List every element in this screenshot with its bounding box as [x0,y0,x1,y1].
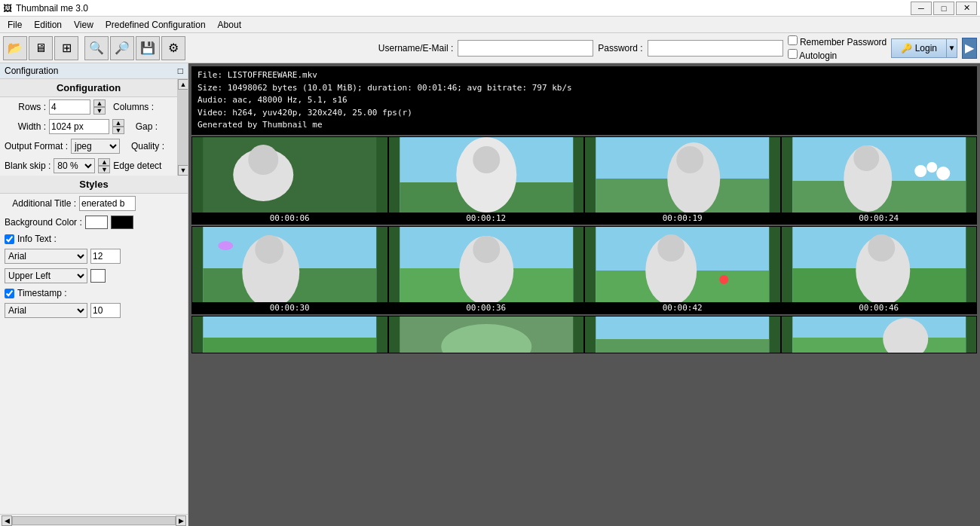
thumb-timestamp-5: 00:00:30 [192,302,387,313]
remember-password-label[interactable]: Remember Password [788,35,887,47]
rows-spinner: ▲ ▼ [93,99,106,115]
blank-edge-row: Blank skip : 80 % 60 % ▲ ▼ Edge detectio [0,156,177,176]
svg-point-35 [868,234,895,261]
file-info-line5: Generated by Thumbnail me [198,119,971,132]
info-font-size-input[interactable] [90,249,121,264]
timestamp-font-select[interactable]: Arial [5,303,87,318]
app-title: Thumbnail me 3.0 [16,3,88,14]
toolbar-extra-button[interactable]: ▶ [962,38,977,59]
thumb-timestamp-3: 00:00:19 [585,213,780,224]
toolbar-open-button[interactable]: 📂 [3,36,27,60]
output-format-select[interactable]: jpeg png [71,139,120,154]
remember-block: Remember Password Autologin [788,35,887,61]
close-button[interactable]: ✕ [956,2,977,15]
blank-skip-spinner: ▲ ▼ [98,158,110,173]
info-position-select[interactable]: Upper Left [5,268,87,283]
info-font-select[interactable]: Arial [5,249,87,264]
menu-about[interactable]: About [212,18,247,32]
toolbar-settings-button[interactable]: ⚙ [161,36,185,60]
additional-title-input[interactable] [79,196,136,211]
main-area: Configuration □ Configuration Rows : ▲ ▼ [0,63,980,526]
svg-point-10 [676,146,703,173]
thumb-timestamp-7: 00:00:42 [585,302,780,313]
titlebar: 🖼 Thumbnail me 3.0 ─ □ ✕ [0,0,980,17]
scroll-up-arrow[interactable]: ▲ [178,79,188,90]
info-color-swatch[interactable] [90,269,106,283]
thumbnail-row-3 [191,316,977,353]
config-section-header: Configuration □ [0,63,188,79]
styles-section: Styles Additional Title : Background Col… [0,176,188,514]
width-input[interactable] [49,119,109,134]
thumb-timestamp-8: 00:00:46 [782,302,977,313]
toolbar-screen-button[interactable]: 🖥 [29,36,53,60]
info-text-label: Info Text : [17,234,57,244]
remember-checkbox[interactable] [788,35,798,45]
thumb-timestamp-2: 00:00:12 [389,213,584,224]
config-expand-icon[interactable]: □ [178,66,183,76]
blank-skip-select[interactable]: 80 % 60 % [54,158,95,173]
timestamp-label: Timestamp : [17,288,67,298]
rows-up-button[interactable]: ▲ [93,99,106,107]
scroll-down-arrow[interactable]: ▼ [178,165,188,176]
thumb-timestamp-6: 00:00:36 [389,302,584,313]
thumb-timestamp-4: 00:00:24 [782,213,977,224]
svg-point-17 [936,167,950,180]
width-up-button[interactable]: ▲ [112,119,124,127]
password-input[interactable] [648,40,783,57]
toolbar-grid-button[interactable]: ⊞ [54,36,78,60]
autologin-checkbox[interactable] [788,49,798,59]
thumb-cell-4: 00:00:24 [781,136,978,225]
menu-edition[interactable]: Edition [28,18,68,32]
edge-detection-label: Edge detectio [113,161,162,171]
minimize-button[interactable]: ─ [911,2,932,15]
rows-columns-row: Rows : ▲ ▼ Columns : [0,97,177,117]
format-quality-row: Output Format : jpeg png Quality : [0,136,177,156]
timestamp-font-size-input[interactable] [90,303,121,318]
menubar: File Edition View Predefined Configurati… [0,17,980,33]
login-button[interactable]: 🔑 Login [891,38,947,58]
thumb-cell-7: 00:00:42 [584,226,781,314]
toolbar-zoom-in-button[interactable]: 🔍 [84,36,109,60]
username-label: Username/E-Mail : [378,43,453,54]
thumb-cell-1: 00:00:06 [191,136,388,225]
info-text-checkbox[interactable] [5,234,14,244]
menu-view[interactable]: View [68,18,100,32]
maximize-button[interactable]: □ [933,2,954,15]
hscroll-left-button[interactable]: ◀ [2,515,12,526]
quality-label: Quality : [123,141,164,151]
username-input[interactable] [458,40,593,57]
svg-point-30 [657,234,684,261]
svg-point-31 [719,275,728,284]
info-position-row: Upper Left [0,266,188,286]
svg-point-22 [218,241,233,250]
width-down-button[interactable]: ▼ [112,127,124,134]
blank-down-button[interactable]: ▼ [98,166,110,173]
bg-color-white-swatch[interactable] [85,216,108,229]
svg-point-15 [914,165,926,177]
timestamp-checkbox[interactable] [5,289,14,298]
thumb-cell-8: 00:00:46 [781,226,978,314]
preview-info: File: LISTOFFREEWARE.mkv Size: 10498062 … [191,66,977,135]
hscroll-right-button[interactable]: ▶ [176,515,186,526]
left-hscroll: ◀ ▶ [0,514,188,526]
menu-file[interactable]: File [2,18,28,32]
password-label: Password : [598,43,642,54]
menu-predefined[interactable]: Predefined Configuration [100,18,212,32]
file-info-line3: Audio: aac, 48000 Hz, 5.1, s16 [198,94,971,107]
styles-header: Styles [0,176,188,194]
toolbar-save-button[interactable]: 💾 [136,36,160,60]
left-vscroll: ▲ ▼ [177,79,188,176]
file-info-line4: Video: h264, yuv420p, 320x240, 25.00 fps… [198,107,971,120]
login-extend-button[interactable]: ▼ [947,38,957,58]
rows-input[interactable] [49,99,90,115]
blank-up-button[interactable]: ▲ [98,158,110,166]
toolbar-zoom-out-button[interactable]: 🔎 [110,36,134,60]
autologin-label[interactable]: Autologin [788,49,887,61]
bg-color-black-swatch[interactable] [111,216,133,229]
rows-down-button[interactable]: ▼ [93,107,106,115]
toolbar: 📂 🖥 ⊞ 🔍 🔎 💾 ⚙ Username/E-Mail : Password… [0,33,980,63]
svg-point-26 [473,236,500,263]
hscroll-track[interactable] [12,516,176,525]
gap-label: Gap : [127,121,158,132]
thumb-cell-10 [388,316,585,353]
